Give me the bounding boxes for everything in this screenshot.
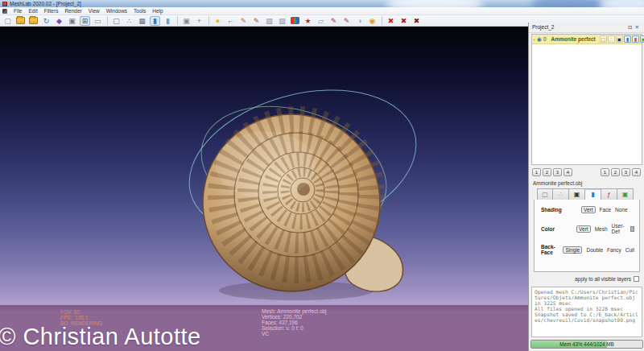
option-cull[interactable]: Cull (625, 247, 634, 253)
ammonite-model[interactable] (0, 27, 528, 351)
menu-filters[interactable]: Filters (41, 8, 62, 14)
option-row-back-face: Back-FaceSingleDoubleFancyCull (541, 244, 634, 255)
pick-points-icon[interactable]: ✎ (238, 16, 249, 26)
option-none[interactable]: None (615, 207, 628, 213)
tab-shading[interactable]: ▮ (585, 188, 601, 200)
menu-file[interactable]: File (10, 8, 25, 14)
menu-windows[interactable]: Windows (103, 8, 130, 14)
bookmark-button-1[interactable]: 1 (532, 168, 541, 176)
apply-all-label: apply to all visible layers (575, 276, 631, 282)
bookmark-button-3[interactable]: 3 (621, 168, 630, 176)
save-project-icon[interactable]: ◆ (54, 16, 64, 26)
points-render-icon[interactable]: ∴ (124, 16, 134, 26)
dock-header[interactable]: Project_2 ⊡✕ (529, 23, 644, 33)
flat-shading-icon[interactable]: ▮ (150, 16, 160, 26)
new-project-icon[interactable]: ▢ (2, 16, 13, 26)
memory-label: Mem 43% 444/1024 MB (531, 341, 642, 347)
smooth-brush-icon[interactable]: ✎ (341, 16, 352, 26)
delete-mesh-icon[interactable]: ✖ (386, 16, 396, 26)
zpaint-icon[interactable]: ✎ (251, 16, 262, 26)
render-options-rows: ShadingVertFaceNoneColorVertMeshUser-Def… (541, 206, 634, 255)
quality-map-icon[interactable]: ◑ (354, 16, 365, 26)
menu-bar: FileEditFiltersRenderViewWindowsToolsHel… (0, 7, 644, 15)
log-console[interactable]: Opened mesh C:/Users/Christian/Pictures/… (531, 287, 642, 337)
option-face[interactable]: Face (600, 207, 611, 213)
open-project-icon[interactable] (15, 16, 26, 26)
option-double[interactable]: Double (586, 247, 603, 253)
bookmark-buttons-left: 1234 (532, 168, 572, 176)
layer-points-toggle[interactable]: ∴ (608, 35, 615, 43)
measure-tool-icon[interactable]: ⌐ (225, 16, 236, 26)
delete-raster-icon[interactable]: ✖ (411, 16, 422, 26)
option-single[interactable]: Single (563, 246, 582, 254)
face-color-icon[interactable] (290, 16, 300, 26)
select-faces-icon[interactable]: ▨ (277, 16, 287, 26)
bookmark-button-1[interactable]: 1 (601, 168, 609, 176)
layer-name: Ammonite perfect (551, 36, 596, 42)
save-snapshot-icon[interactable]: ▣ (67, 16, 77, 26)
layer-bbox-toggle[interactable]: ▢ (600, 35, 607, 43)
option-row-color: ColorVertMeshUser-Def (541, 223, 634, 234)
import-mesh-icon[interactable] (28, 16, 39, 26)
title-bar[interactable]: MeshLab 2020.02 - [Project_2] (0, 0, 644, 7)
meshlab-logo-icon (2, 2, 7, 6)
option-vert[interactable]: Vert (576, 225, 591, 233)
toolbar-separator (382, 16, 382, 25)
wireframe-render-icon[interactable]: ▦ (137, 16, 147, 26)
menu-view[interactable]: View (85, 8, 103, 14)
option-mesh[interactable]: Mesh (595, 226, 608, 232)
option-vert[interactable]: Vert (581, 206, 596, 213)
option-user-def[interactable]: User-Def (612, 223, 626, 234)
toolbar-separator (107, 16, 108, 25)
smooth-shading-icon[interactable]: ▮ (163, 16, 173, 26)
viewport-hud-mesh-info: Mesh: Ammonite perfect.obj Vertices: 220… (262, 308, 327, 337)
memory-progress-bar: Mem 43% 444/1024 MB (530, 340, 643, 349)
menu-help[interactable]: Help (149, 8, 166, 14)
tab-color[interactable]: ▣ (617, 188, 634, 200)
dock-float-icon[interactable]: ⊡ (628, 24, 634, 30)
option-label: Back-Face (541, 244, 563, 255)
option-fancy[interactable]: Fancy (607, 247, 621, 253)
log-text: Opened mesh C:/Users/Christian/Pictures/… (535, 289, 639, 323)
meshlab-window: MeshLab 2020.02 - [Project_2] FileEditFi… (0, 0, 644, 351)
user-color-swatch[interactable] (630, 226, 634, 232)
select-lasso-icon[interactable]: ▱ (316, 16, 326, 26)
paint-select-icon[interactable]: ✎ (328, 16, 339, 26)
bbox-render-icon[interactable]: ▢ (111, 16, 122, 26)
reload-icon[interactable]: ↻ (41, 16, 52, 26)
layer-texture-toggle[interactable]: ▮ (632, 35, 639, 43)
render-mode-tabbar: ▢∴▣▮ƒ▣ (537, 188, 634, 200)
bookmark-button-4[interactable]: 4 (632, 168, 641, 176)
menu-render[interactable]: Render (61, 8, 85, 14)
layer-row-ammonite[interactable]: ▪ ◉ 0 Ammonite perfect ▢∴▣▮▮▣ (532, 35, 642, 44)
trackball-icon[interactable]: + (194, 16, 204, 26)
3d-viewport[interactable]: FOV: 60 FPS: 135.1 BO_RENDERING Mesh: Am… (0, 27, 528, 351)
layer-list: ▪ ◉ 0 Ammonite perfect ▢∴▣▮▮▣ (531, 34, 642, 165)
dock-close-icon[interactable]: ✕ (635, 24, 642, 30)
tab-texture[interactable]: ƒ (601, 188, 617, 200)
bookmark-button-3[interactable]: 3 (553, 168, 562, 176)
option-row-shading: ShadingVertFaceNone (541, 206, 634, 213)
layer-grip-icon: ▪ (534, 37, 535, 42)
menu-tools[interactable]: Tools (130, 8, 149, 14)
light-toggle-icon[interactable]: ● (213, 16, 223, 26)
menu-edit[interactable]: Edit (25, 8, 40, 14)
texture-mode-icon[interactable]: ▣ (181, 16, 192, 26)
show-layer-dialog-icon[interactable]: ⊞ (80, 16, 90, 26)
tab-wireframe[interactable]: ▣ (569, 188, 585, 200)
tab-points[interactable]: ∴ (553, 188, 569, 200)
bookmark-button-2[interactable]: 2 (543, 168, 551, 176)
bookmark-button-4[interactable]: 4 (564, 168, 572, 176)
layer-flat-toggle[interactable]: ▮ (624, 35, 631, 43)
bookmark-button-2[interactable]: 2 (611, 168, 620, 176)
layer-color-toggle[interactable]: ▣ (640, 35, 644, 43)
layer-visibility-eye-icon[interactable]: ◉ (537, 36, 542, 43)
tab-bbox[interactable]: ▢ (537, 188, 553, 200)
info-icon[interactable]: ◉ (367, 16, 378, 26)
delete-all-meshes-icon[interactable]: ✖ (398, 16, 409, 26)
select-vertices-icon[interactable]: ▧ (264, 16, 275, 26)
align-tool-icon[interactable]: ★ (303, 16, 313, 26)
layer-wire-toggle[interactable]: ▣ (616, 35, 623, 43)
show-raster-icon[interactable]: ▭ (93, 16, 103, 26)
apply-all-checkbox[interactable] (634, 276, 639, 282)
